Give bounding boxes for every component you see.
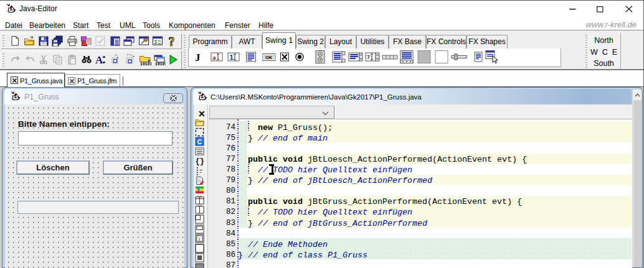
svg-text:C: C	[197, 139, 202, 146]
svg-text:A: A	[95, 54, 103, 65]
svg-text:?: ?	[169, 35, 175, 47]
svg-text:1: 1	[230, 53, 234, 61]
svg-text:{}: {}	[195, 158, 204, 166]
svg-text:10101: 10101	[140, 62, 151, 66]
svg-text:10101: 10101	[155, 62, 166, 66]
svg-text:J: J	[195, 52, 201, 63]
svg-text:7: 7	[367, 54, 370, 60]
svg-text:OK: OK	[265, 55, 273, 60]
svg-text:a: a	[212, 53, 216, 61]
